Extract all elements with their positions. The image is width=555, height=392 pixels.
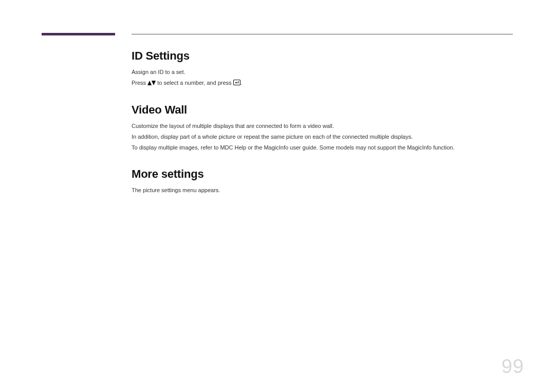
section-more-settings: More settings The picture settings menu … (132, 167, 513, 195)
id-settings-line-2: Press up-down-arrows-icon to select a nu… (132, 79, 513, 88)
video-wall-line-2: In addition, display part of a whole pic… (132, 133, 513, 141)
content-area: ID Settings Assign an ID to a set. Press… (132, 49, 513, 210)
id-settings-line-2c: . (240, 80, 242, 86)
up-down-arrows-icon (147, 79, 156, 88)
page-number: 99 (502, 356, 524, 378)
svg-marker-1 (152, 81, 156, 85)
video-wall-line-1: Customize the layout of multiple display… (132, 122, 513, 130)
svg-marker-0 (147, 81, 152, 85)
section-video-wall: Video Wall Customize the layout of multi… (132, 103, 513, 152)
video-wall-line-3: To display multiple images, refer to MDC… (132, 143, 513, 152)
heading-video-wall: Video Wall (132, 103, 513, 117)
more-settings-line-1: The picture settings menu appears. (132, 186, 513, 195)
id-settings-line-2a: Press (132, 80, 147, 86)
enter-icon (233, 79, 240, 88)
heading-more-settings: More settings (132, 167, 513, 181)
top-rule (132, 34, 513, 34)
section-id-settings: ID Settings Assign an ID to a set. Press… (132, 49, 513, 88)
accent-bar (42, 33, 115, 35)
id-settings-line-2b: to select a number, and press (156, 80, 233, 86)
heading-id-settings: ID Settings (132, 49, 513, 63)
svg-marker-3 (235, 82, 236, 83)
id-settings-line-1: Assign an ID to a set. (132, 68, 513, 77)
